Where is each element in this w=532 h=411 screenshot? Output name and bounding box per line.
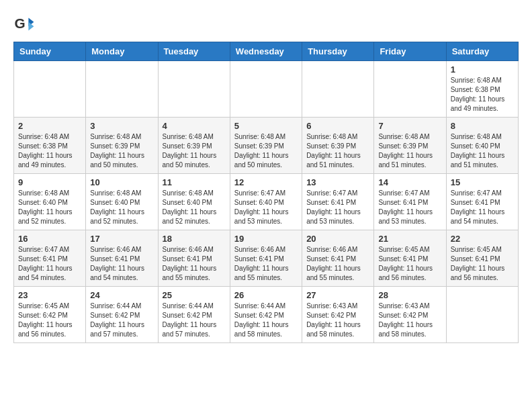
calendar: SundayMondayTuesdayWednesdayThursdayFrid… [13,42,519,343]
day-info: Sunrise: 6:43 AM Sunset: 6:42 PM Dayligh… [378,302,441,339]
calendar-cell: 4Sunrise: 6:48 AM Sunset: 6:39 PM Daylig… [158,118,230,174]
calendar-cell [158,61,230,118]
day-info: Sunrise: 6:45 AM Sunset: 6:42 PM Dayligh… [18,302,81,339]
calendar-week-row: 16Sunrise: 6:47 AM Sunset: 6:41 PM Dayli… [14,230,519,287]
calendar-week-row: 1Sunrise: 6:48 AM Sunset: 6:38 PM Daylig… [14,61,519,118]
calendar-cell: 27Sunrise: 6:43 AM Sunset: 6:42 PM Dayli… [302,287,374,343]
day-info: Sunrise: 6:44 AM Sunset: 6:42 PM Dayligh… [90,302,153,339]
calendar-cell [446,287,518,343]
day-number: 27 [306,290,369,300]
day-info: Sunrise: 6:43 AM Sunset: 6:42 PM Dayligh… [306,302,369,339]
day-info: Sunrise: 6:47 AM Sunset: 6:40 PM Dayligh… [234,189,298,226]
calendar-cell: 15Sunrise: 6:47 AM Sunset: 6:41 PM Dayli… [446,174,518,230]
calendar-cell: 10Sunrise: 6:48 AM Sunset: 6:40 PM Dayli… [86,174,158,230]
day-info: Sunrise: 6:47 AM Sunset: 6:41 PM Dayligh… [378,189,441,226]
day-number: 4 [163,121,226,131]
day-number: 11 [163,177,226,187]
day-number: 22 [451,234,514,244]
day-header-tuesday: Tuesday [158,42,230,61]
day-header-monday: Monday [86,42,158,61]
day-number: 8 [451,121,514,131]
day-header-thursday: Thursday [302,42,374,61]
calendar-week-row: 2Sunrise: 6:48 AM Sunset: 6:38 PM Daylig… [14,118,519,174]
logo: G [13,13,38,35]
calendar-cell [86,61,158,118]
calendar-cell [374,61,446,118]
day-info: Sunrise: 6:48 AM Sunset: 6:39 PM Dayligh… [306,132,369,170]
day-number: 16 [18,234,81,244]
calendar-cell: 26Sunrise: 6:44 AM Sunset: 6:42 PM Dayli… [230,287,302,343]
calendar-cell: 12Sunrise: 6:47 AM Sunset: 6:40 PM Dayli… [230,174,302,230]
calendar-cell: 8Sunrise: 6:48 AM Sunset: 6:40 PM Daylig… [446,118,518,174]
day-info: Sunrise: 6:46 AM Sunset: 6:41 PM Dayligh… [234,245,298,283]
day-number: 7 [378,121,441,131]
day-number: 18 [163,234,226,244]
day-info: Sunrise: 6:47 AM Sunset: 6:41 PM Dayligh… [451,189,514,226]
day-number: 19 [234,234,298,244]
day-info: Sunrise: 6:46 AM Sunset: 6:41 PM Dayligh… [306,245,369,283]
calendar-cell: 22Sunrise: 6:45 AM Sunset: 6:41 PM Dayli… [446,230,518,287]
day-info: Sunrise: 6:48 AM Sunset: 6:40 PM Dayligh… [90,189,153,226]
day-info: Sunrise: 6:44 AM Sunset: 6:42 PM Dayligh… [234,302,298,339]
day-info: Sunrise: 6:48 AM Sunset: 6:40 PM Dayligh… [163,189,226,226]
day-number: 17 [90,234,153,244]
calendar-cell: 16Sunrise: 6:47 AM Sunset: 6:41 PM Dayli… [14,230,86,287]
day-number: 6 [306,121,369,131]
day-info: Sunrise: 6:48 AM Sunset: 6:38 PM Dayligh… [451,76,514,113]
day-number: 21 [378,234,441,244]
calendar-cell: 24Sunrise: 6:44 AM Sunset: 6:42 PM Dayli… [86,287,158,343]
calendar-cell: 25Sunrise: 6:44 AM Sunset: 6:42 PM Dayli… [158,287,230,343]
day-number: 5 [234,121,298,131]
day-info: Sunrise: 6:46 AM Sunset: 6:41 PM Dayligh… [163,245,226,283]
calendar-cell: 1Sunrise: 6:48 AM Sunset: 6:38 PM Daylig… [446,61,518,118]
calendar-header-row: SundayMondayTuesdayWednesdayThursdayFrid… [14,42,519,61]
day-header-wednesday: Wednesday [230,42,302,61]
day-info: Sunrise: 6:45 AM Sunset: 6:41 PM Dayligh… [378,245,441,283]
calendar-cell: 13Sunrise: 6:47 AM Sunset: 6:41 PM Dayli… [302,174,374,230]
day-number: 9 [18,177,81,187]
day-header-saturday: Saturday [446,42,518,61]
day-info: Sunrise: 6:48 AM Sunset: 6:39 PM Dayligh… [90,132,153,170]
day-info: Sunrise: 6:48 AM Sunset: 6:40 PM Dayligh… [451,132,514,170]
day-number: 13 [306,177,369,187]
day-info: Sunrise: 6:47 AM Sunset: 6:41 PM Dayligh… [306,189,369,226]
calendar-cell [302,61,374,118]
calendar-cell: 17Sunrise: 6:46 AM Sunset: 6:41 PM Dayli… [86,230,158,287]
day-header-sunday: Sunday [14,42,86,61]
day-number: 2 [18,121,81,131]
calendar-cell: 9Sunrise: 6:48 AM Sunset: 6:40 PM Daylig… [14,174,86,230]
day-number: 14 [378,177,441,187]
day-info: Sunrise: 6:48 AM Sunset: 6:40 PM Dayligh… [18,189,81,226]
day-number: 24 [90,290,153,300]
calendar-cell: 20Sunrise: 6:46 AM Sunset: 6:41 PM Dayli… [302,230,374,287]
calendar-cell: 6Sunrise: 6:48 AM Sunset: 6:39 PM Daylig… [302,118,374,174]
calendar-cell: 21Sunrise: 6:45 AM Sunset: 6:41 PM Dayli… [374,230,446,287]
day-info: Sunrise: 6:48 AM Sunset: 6:39 PM Dayligh… [163,132,226,170]
calendar-cell: 5Sunrise: 6:48 AM Sunset: 6:39 PM Daylig… [230,118,302,174]
day-number: 28 [378,290,441,300]
day-info: Sunrise: 6:46 AM Sunset: 6:41 PM Dayligh… [90,245,153,283]
day-number: 15 [451,177,514,187]
calendar-cell: 23Sunrise: 6:45 AM Sunset: 6:42 PM Dayli… [14,287,86,343]
day-info: Sunrise: 6:48 AM Sunset: 6:39 PM Dayligh… [378,132,441,170]
day-number: 1 [451,64,514,75]
calendar-cell: 18Sunrise: 6:46 AM Sunset: 6:41 PM Dayli… [158,230,230,287]
calendar-cell: 11Sunrise: 6:48 AM Sunset: 6:40 PM Dayli… [158,174,230,230]
calendar-cell: 28Sunrise: 6:43 AM Sunset: 6:42 PM Dayli… [374,287,446,343]
day-number: 25 [163,290,226,300]
day-number: 23 [18,290,81,300]
day-info: Sunrise: 6:47 AM Sunset: 6:41 PM Dayligh… [18,245,81,283]
day-info: Sunrise: 6:48 AM Sunset: 6:39 PM Dayligh… [234,132,298,170]
calendar-cell: 19Sunrise: 6:46 AM Sunset: 6:41 PM Dayli… [230,230,302,287]
day-info: Sunrise: 6:44 AM Sunset: 6:42 PM Dayligh… [163,302,226,339]
day-number: 12 [234,177,298,187]
calendar-cell [230,61,302,118]
day-header-friday: Friday [374,42,446,61]
day-info: Sunrise: 6:48 AM Sunset: 6:38 PM Dayligh… [18,132,81,170]
calendar-cell [14,61,86,118]
day-number: 26 [234,290,298,300]
day-number: 20 [306,234,369,244]
calendar-week-row: 23Sunrise: 6:45 AM Sunset: 6:42 PM Dayli… [14,287,519,343]
day-info: Sunrise: 6:45 AM Sunset: 6:41 PM Dayligh… [451,245,514,283]
calendar-cell: 14Sunrise: 6:47 AM Sunset: 6:41 PM Dayli… [374,174,446,230]
